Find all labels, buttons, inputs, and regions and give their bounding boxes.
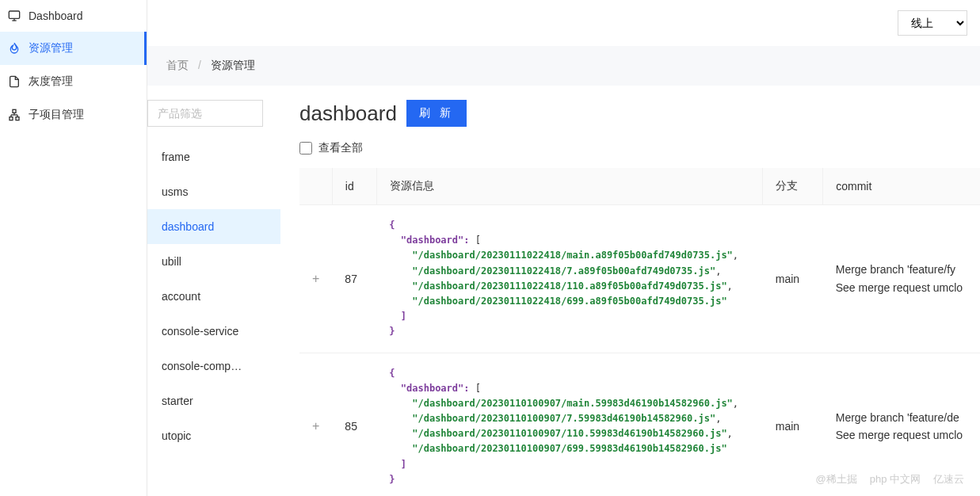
view-all-label: 查看全部 bbox=[318, 141, 363, 155]
svg-rect-4 bbox=[10, 117, 13, 120]
resource-table: id 资源信息 分支 commit + 87 { "dashboard": [ … bbox=[299, 168, 980, 496]
flame-icon bbox=[8, 42, 21, 55]
env-select[interactable]: 线上 bbox=[898, 10, 967, 36]
file-icon bbox=[8, 75, 21, 88]
product-item-account[interactable]: account bbox=[147, 279, 280, 314]
cell-branch: main bbox=[763, 205, 823, 353]
monitor-icon bbox=[8, 10, 21, 22]
expand-toggle[interactable]: + bbox=[299, 353, 332, 496]
col-expand bbox=[299, 168, 332, 205]
cell-resource: { "dashboard": [ "/dashboard/20230111022… bbox=[376, 205, 762, 353]
product-item-usms[interactable]: usms bbox=[147, 174, 280, 209]
nav-label: 子项目管理 bbox=[29, 108, 84, 122]
svg-rect-5 bbox=[16, 117, 19, 120]
nav-item-subproject[interactable]: 子项目管理 bbox=[0, 98, 147, 132]
col-resource: 资源信息 bbox=[376, 168, 762, 205]
topbar: 线上 bbox=[147, 0, 980, 46]
product-item-frame[interactable]: frame bbox=[147, 139, 280, 174]
breadcrumb: 首页 / 资源管理 bbox=[147, 46, 980, 86]
detail-panel: dashboard 刷 新 查看全部 id 资源信息 分支 commit bbox=[280, 86, 980, 496]
nav-label: Dashboard bbox=[29, 10, 83, 22]
expand-toggle[interactable]: + bbox=[299, 205, 332, 353]
product-item-utopic[interactable]: utopic bbox=[147, 418, 280, 453]
nav-label: 资源管理 bbox=[29, 41, 73, 55]
refresh-button[interactable]: 刷 新 bbox=[406, 100, 467, 127]
view-all-checkbox[interactable] bbox=[299, 142, 312, 155]
cell-commit: Merge branch 'feature/fy See merge reque… bbox=[823, 205, 980, 353]
breadcrumb-home[interactable]: 首页 bbox=[166, 59, 189, 71]
plus-icon: + bbox=[312, 419, 319, 433]
cell-id: 87 bbox=[332, 205, 376, 353]
nav-item-resource[interactable]: 资源管理 bbox=[0, 32, 147, 65]
col-commit: commit bbox=[823, 168, 980, 205]
detail-title: dashboard bbox=[299, 101, 397, 126]
product-item-dashboard[interactable]: dashboard bbox=[147, 209, 280, 244]
col-branch: 分支 bbox=[763, 168, 823, 205]
nav-label: 灰度管理 bbox=[29, 74, 73, 89]
product-filter-input[interactable] bbox=[147, 100, 263, 127]
plus-icon: + bbox=[312, 272, 319, 285]
cell-branch: main bbox=[763, 353, 823, 496]
product-item-console-comp[interactable]: console-comp… bbox=[147, 349, 280, 383]
nav-item-dashboard[interactable]: Dashboard bbox=[0, 0, 147, 32]
breadcrumb-current: 资源管理 bbox=[211, 59, 255, 71]
tree-icon bbox=[8, 109, 21, 121]
main-content: 线上 首页 / 资源管理 frame usms dashboard ubill … bbox=[147, 0, 980, 496]
cell-resource: { "dashboard": [ "/dashboard/20230110100… bbox=[376, 353, 762, 496]
cell-id: 85 bbox=[332, 353, 376, 496]
svg-rect-3 bbox=[13, 109, 16, 113]
product-item-console-service[interactable]: console-service bbox=[147, 314, 280, 349]
cell-commit: Merge branch 'feature/de See merge reque… bbox=[823, 353, 980, 496]
product-item-starter[interactable]: starter bbox=[147, 383, 280, 418]
table-row: + 85 { "dashboard": [ "/dashboard/202301… bbox=[299, 353, 980, 496]
nav-item-gray[interactable]: 灰度管理 bbox=[0, 65, 147, 98]
col-id: id bbox=[332, 168, 376, 205]
product-item-ubill[interactable]: ubill bbox=[147, 244, 280, 279]
breadcrumb-sep: / bbox=[198, 59, 201, 71]
main-sidebar: Dashboard 资源管理 灰度管理 子项目管理 bbox=[0, 0, 147, 496]
product-sidebar: frame usms dashboard ubill account conso… bbox=[147, 86, 280, 496]
svg-rect-0 bbox=[9, 11, 19, 18]
table-row: + 87 { "dashboard": [ "/dashboard/202301… bbox=[299, 205, 980, 353]
